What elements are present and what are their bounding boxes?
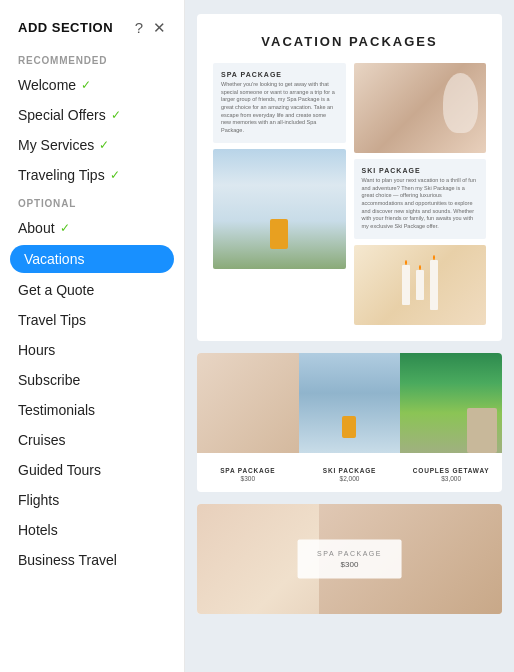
- tropical-image-card2: [400, 353, 502, 453]
- preview-card-vacation-packages[interactable]: VACATION PACKAGES SPA PACKAGE Whether yo…: [197, 14, 502, 341]
- spa-image-card2: [197, 353, 299, 453]
- sidebar-item-label: Travel Tips: [18, 312, 86, 328]
- card2-couples-price: $3,000: [441, 475, 461, 482]
- preview-card-spa-overlay[interactable]: SPA PACKAGE $300: [197, 504, 502, 614]
- sidebar-item-label: Traveling Tips: [18, 167, 105, 183]
- card1-right: SKI PACKAGE Want to plan your next vacat…: [354, 63, 487, 325]
- ski-image-left: [213, 149, 346, 269]
- card1-left: SPA PACKAGE Whether you're looking to ge…: [213, 63, 346, 325]
- spa-package-title: SPA PACKAGE: [221, 71, 338, 78]
- sidebar-item-label: Welcome: [18, 77, 76, 93]
- sidebar-item-label: Guided Tours: [18, 462, 101, 478]
- check-icon: ✓: [81, 78, 91, 92]
- sidebar-item-vacations[interactable]: Vacations: [10, 245, 174, 273]
- card2-spa-price: $300: [241, 475, 255, 482]
- sidebar-item-hotels[interactable]: Hotels: [0, 515, 184, 545]
- card1-grid: SPA PACKAGE Whether you're looking to ge…: [213, 63, 486, 325]
- check-icon: ✓: [99, 138, 109, 152]
- sidebar-item-label: Testimonials: [18, 402, 95, 418]
- card2-labels: SPA PACKAGE $300 SKI PACKAGE $2,000 COUP…: [197, 453, 502, 492]
- sidebar-header: ADD SECTION ? ✕: [0, 0, 184, 47]
- help-button[interactable]: ?: [135, 20, 143, 35]
- card2-ski-price: $2,000: [340, 475, 360, 482]
- card2-spa-label: SPA PACKAGE: [220, 467, 275, 474]
- sidebar-item-about[interactable]: About ✓: [0, 213, 184, 243]
- preview-card-packages-grid[interactable]: SPA PACKAGE $300 SKI PACKAGE $2,000 COUP…: [197, 353, 502, 492]
- card2-col-spa: SPA PACKAGE $300: [197, 461, 299, 488]
- sidebar-item-hours[interactable]: Hours: [0, 335, 184, 365]
- sidebar-icon-group: ? ✕: [135, 20, 166, 35]
- sidebar-item-traveling-tips[interactable]: Traveling Tips ✓: [0, 160, 184, 190]
- sidebar-item-travel-tips[interactable]: Travel Tips: [0, 305, 184, 335]
- candle-2: [416, 270, 424, 300]
- sidebar-item-label: Vacations: [24, 251, 84, 267]
- spa-package-text: SPA PACKAGE Whether you're looking to ge…: [213, 63, 346, 143]
- sidebar-item-welcome[interactable]: Welcome ✓: [0, 70, 184, 100]
- card3-overlay: SPA PACKAGE $300: [297, 539, 402, 578]
- candle-1: [402, 265, 410, 305]
- sidebar-item-label: Special Offers: [18, 107, 106, 123]
- optional-section-label: OPTIONAL: [0, 190, 184, 213]
- sidebar-item-label: Business Travel: [18, 552, 117, 568]
- candle-3: [430, 260, 438, 310]
- main-preview: VACATION PACKAGES SPA PACKAGE Whether yo…: [185, 0, 514, 672]
- ski-image-card2: [299, 353, 401, 453]
- sidebar-item-label: Cruises: [18, 432, 65, 448]
- sidebar-item-testimonials[interactable]: Testimonials: [0, 395, 184, 425]
- sidebar-item-business-travel[interactable]: Business Travel: [0, 545, 184, 575]
- candles-image: [354, 245, 487, 325]
- sidebar-item-flights[interactable]: Flights: [0, 485, 184, 515]
- check-icon: ✓: [110, 168, 120, 182]
- sidebar-item-label: Hours: [18, 342, 55, 358]
- sidebar-item-label: Get a Quote: [18, 282, 94, 298]
- sidebar-item-label: Subscribe: [18, 372, 80, 388]
- ski-package-title: SKI PACKAGE: [362, 167, 479, 174]
- card2-ski-label: SKI PACKAGE: [323, 467, 376, 474]
- check-icon: ✓: [111, 108, 121, 122]
- sidebar-item-label: About: [18, 220, 55, 236]
- card2-col-ski: SKI PACKAGE $2,000: [299, 461, 401, 488]
- sidebar: ADD SECTION ? ✕ RECOMMENDED Welcome ✓ Sp…: [0, 0, 185, 672]
- sidebar-item-my-services[interactable]: My Services ✓: [0, 130, 184, 160]
- sidebar-item-label: Flights: [18, 492, 59, 508]
- spa-image-top: [354, 63, 487, 153]
- card2-couples-label: COUPLES GETAWAY: [413, 467, 490, 474]
- ski-package-desc: Want to plan your next vacation to a thr…: [362, 177, 479, 231]
- sidebar-item-special-offers[interactable]: Special Offers ✓: [0, 100, 184, 130]
- sidebar-item-guided-tours[interactable]: Guided Tours: [0, 455, 184, 485]
- sidebar-item-subscribe[interactable]: Subscribe: [0, 365, 184, 395]
- sidebar-item-cruises[interactable]: Cruises: [0, 425, 184, 455]
- card1-title: VACATION PACKAGES: [213, 34, 486, 49]
- sidebar-title: ADD SECTION: [18, 20, 113, 35]
- sidebar-item-label: Hotels: [18, 522, 58, 538]
- close-button[interactable]: ✕: [153, 20, 166, 35]
- card3-pkg-label: SPA PACKAGE: [317, 549, 382, 556]
- card2-images: [197, 353, 502, 453]
- check-icon: ✓: [60, 221, 70, 235]
- card2-col-couples: COUPLES GETAWAY $3,000: [400, 461, 502, 488]
- card3-price: $300: [317, 559, 382, 568]
- recommended-section-label: RECOMMENDED: [0, 47, 184, 70]
- sidebar-item-get-a-quote[interactable]: Get a Quote: [0, 275, 184, 305]
- sidebar-item-label: My Services: [18, 137, 94, 153]
- ski-package-text: SKI PACKAGE Want to plan your next vacat…: [354, 159, 487, 239]
- spa-package-desc: Whether you're looking to get away with …: [221, 81, 338, 135]
